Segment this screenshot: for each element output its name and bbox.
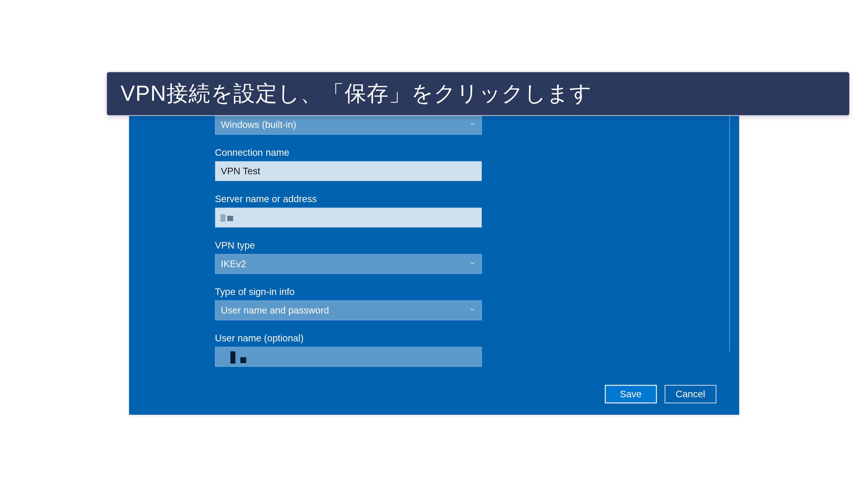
chevron-down-icon [469,259,476,268]
username-label: User name (optional) [215,333,482,344]
signin-info-group: Type of sign-in info User name and passw… [215,286,482,320]
vpn-provider-group: Windows (built-in) [215,115,482,135]
signin-info-select[interactable]: User name and password [215,301,482,320]
vpn-type-value: IKEv2 [221,258,246,269]
username-group: User name (optional) [215,333,482,367]
connection-name-label: Connection name [215,147,482,158]
connection-name-input[interactable]: VPN Test [215,161,482,181]
vpn-provider-value: Windows (built-in) [221,119,297,130]
server-address-input[interactable] [215,207,482,228]
scrollbar[interactable] [729,115,730,351]
vpn-type-select[interactable]: IKEv2 [215,254,482,274]
signin-info-value: User name and password [221,305,329,316]
vpn-type-label: VPN type [215,240,482,251]
save-button[interactable]: Save [605,385,657,403]
chevron-down-icon [469,306,476,315]
vpn-type-group: VPN type IKEv2 [215,240,482,274]
signin-info-label: Type of sign-in info [215,286,482,297]
button-row: Save Cancel [147,385,721,403]
connection-name-group: Connection name VPN Test [215,147,482,181]
server-address-group: Server name or address [215,194,482,228]
vpn-settings-panel: Windows (built-in) Connection name VPN T… [129,101,739,415]
cancel-button[interactable]: Cancel [664,385,716,403]
connection-name-value: VPN Test [221,166,260,177]
server-address-label: Server name or address [215,194,482,204]
instruction-banner: VPN接続を設定し、「保存」をクリックします [106,72,850,116]
username-input[interactable] [215,347,482,367]
vpn-provider-select[interactable]: Windows (built-in) [215,115,482,135]
chevron-down-icon [469,120,476,129]
